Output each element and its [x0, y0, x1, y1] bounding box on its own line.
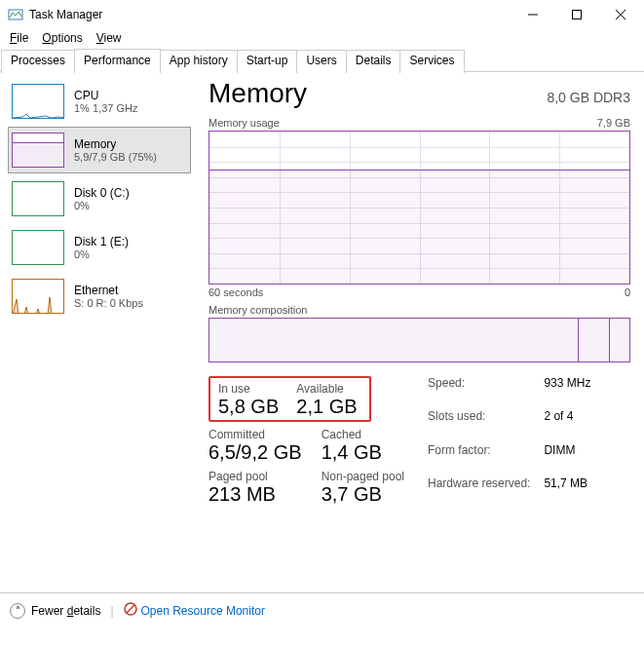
sidebar-memory-title: Memory [74, 137, 157, 151]
memory-usage-graph[interactable] [208, 131, 630, 285]
open-resource-monitor-label: Open Resource Monitor [141, 604, 265, 618]
slots-value: 2 of 4 [544, 409, 590, 438]
sidebar-memory-sub: 5,9/7,9 GB (75%) [74, 151, 157, 163]
available-label: Available [296, 382, 357, 396]
tab-users[interactable]: Users [296, 50, 346, 73]
sidebar-item-cpu[interactable]: CPU 1% 1,37 GHz [8, 78, 191, 125]
usage-max: 7,9 GB [597, 117, 630, 129]
tab-processes[interactable]: Processes [1, 50, 75, 73]
cpu-thumb [12, 84, 64, 119]
speed-label: Speed: [428, 376, 530, 405]
footer: ˄ Fewer details | Open Resource Monitor [0, 592, 644, 627]
menu-view[interactable]: View [91, 29, 128, 47]
sidebar: CPU 1% 1,37 GHz Memory 5,9/7,9 GB (75%) … [0, 72, 195, 592]
tab-services[interactable]: Services [399, 50, 464, 73]
sidebar-disk1-title: Disk 1 (E:) [74, 235, 129, 248]
footer-separator: | [110, 604, 113, 618]
hardware-stats: Speed:933 MHz Slots used:2 of 4 Form fac… [428, 376, 590, 506]
composition-label: Memory composition [208, 304, 630, 316]
in-use-value: 5,8 GB [218, 396, 279, 418]
hw-value: 51,7 MB [544, 476, 590, 506]
fewer-details-button[interactable]: ˄ Fewer details [10, 603, 100, 619]
x-axis-left: 60 seconds [208, 286, 263, 298]
stats-section: In use5,8 GB Available2,1 GB Committed6,… [208, 376, 630, 506]
committed-value: 6,5/9,2 GB [208, 441, 302, 464]
highlight-box: In use5,8 GB Available2,1 GB [208, 376, 371, 422]
svg-rect-2 [572, 11, 581, 19]
close-button[interactable] [598, 0, 642, 29]
content-area: CPU 1% 1,37 GHz Memory 5,9/7,9 GB (75%) … [0, 72, 644, 592]
main-panel: Memory 8,0 GB DDR3 Memory usage 7,9 GB 6… [195, 72, 644, 592]
tab-strip: Processes Performance App history Start-… [0, 49, 644, 72]
slots-label: Slots used: [428, 409, 530, 438]
sidebar-disk0-sub: 0% [74, 200, 130, 211]
disk1-thumb [12, 230, 64, 265]
sidebar-item-disk0[interactable]: Disk 0 (C:) 0% [8, 175, 191, 222]
committed-label: Committed [208, 428, 302, 441]
window-title: Task Manager [29, 8, 511, 21]
menu-bar: File Options View [0, 27, 644, 49]
sidebar-ethernet-title: Ethernet [74, 284, 143, 297]
memory-capacity: 8,0 GB DDR3 [547, 90, 630, 105]
form-label: Form factor: [428, 443, 530, 473]
open-resource-monitor-link[interactable]: Open Resource Monitor [124, 602, 265, 619]
usage-label: Memory usage [208, 117, 280, 129]
svg-line-6 [127, 605, 134, 613]
minimize-button[interactable] [511, 0, 554, 29]
sidebar-item-ethernet[interactable]: Ethernet S: 0 R: 0 Kbps [8, 273, 191, 320]
tab-performance[interactable]: Performance [74, 49, 161, 72]
available-value: 2,1 GB [296, 396, 357, 418]
sidebar-item-memory[interactable]: Memory 5,9/7,9 GB (75%) [8, 127, 191, 173]
sidebar-item-disk1[interactable]: Disk 1 (E:) 0% [8, 224, 191, 271]
memory-thumb [12, 133, 64, 168]
menu-options[interactable]: Options [36, 29, 88, 47]
x-axis-right: 0 [625, 286, 630, 298]
hw-label: Hardware reserved: [428, 476, 530, 506]
tab-app-history[interactable]: App history [160, 50, 238, 73]
speed-value: 933 MHz [544, 376, 590, 405]
sidebar-disk1-sub: 0% [74, 248, 129, 260]
resource-monitor-icon [124, 602, 137, 619]
sidebar-ethernet-sub: S: 0 R: 0 Kbps [74, 297, 143, 309]
menu-file[interactable]: File [4, 29, 34, 47]
in-use-label: In use [218, 382, 279, 396]
cached-value: 1,4 GB [322, 441, 404, 464]
app-icon [8, 7, 23, 22]
tab-startup[interactable]: Start-up [237, 50, 298, 73]
paged-value: 213 MB [208, 483, 302, 506]
nonpaged-label: Non-paged pool [322, 470, 404, 483]
memory-composition-graph[interactable] [208, 318, 630, 362]
title-bar: Task Manager [0, 0, 644, 29]
sidebar-cpu-title: CPU [74, 89, 137, 102]
tab-details[interactable]: Details [346, 50, 401, 73]
sidebar-disk0-title: Disk 0 (C:) [74, 186, 130, 200]
cached-label: Cached [322, 428, 404, 441]
nonpaged-value: 3,7 GB [322, 483, 404, 506]
paged-label: Paged pool [208, 470, 302, 483]
disk0-thumb [12, 181, 64, 216]
form-value: DIMM [544, 443, 590, 473]
chevron-up-icon: ˄ [10, 603, 25, 619]
sidebar-cpu-sub: 1% 1,37 GHz [74, 102, 137, 114]
ethernet-thumb [12, 279, 64, 314]
page-title: Memory [208, 78, 307, 109]
maximize-button[interactable] [554, 0, 598, 29]
